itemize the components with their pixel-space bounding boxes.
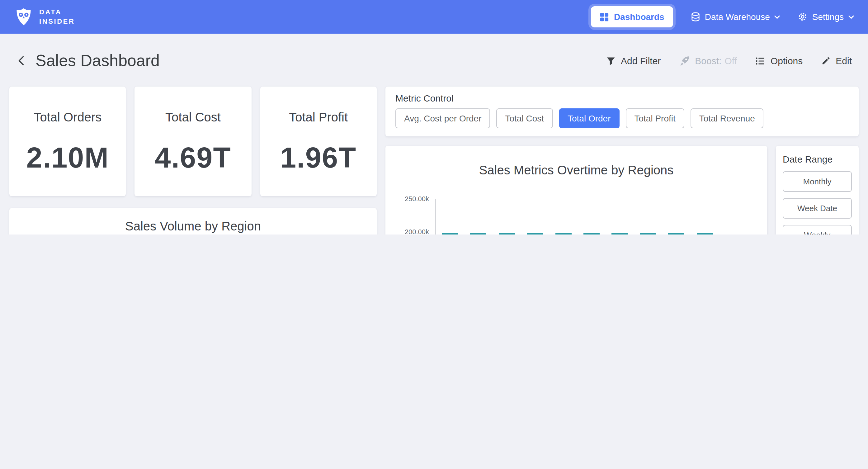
- metric-option-avg-cost-per-order[interactable]: Avg. Cost per Order: [395, 108, 490, 128]
- kpi-value: 2.10M: [9, 141, 126, 174]
- main-content: Total Orders 2.10M Total Cost 4.69T Tota…: [0, 87, 868, 235]
- edit-label: Edit: [836, 55, 852, 66]
- options-button[interactable]: Options: [755, 55, 803, 66]
- date-range-option-week-date[interactable]: Week Date: [783, 198, 852, 218]
- bar-2018: [662, 233, 690, 235]
- boost-toggle[interactable]: Boost: Off: [679, 55, 737, 66]
- owl-logo-icon: [14, 7, 34, 27]
- bar-2017: [634, 233, 662, 235]
- metric-control-card: Metric Control Avg. Cost per OrderTotal …: [385, 87, 859, 137]
- bar-segment-australia-and-oceania: [669, 233, 685, 235]
- date-range-option-monthly[interactable]: Monthly: [783, 171, 852, 192]
- nav-dashboards-label: Dashboards: [614, 12, 664, 22]
- brand-text: DATA INSIDER: [39, 7, 75, 27]
- back-button[interactable]: [16, 55, 27, 66]
- bar-2011: [464, 233, 493, 235]
- kpi-card-total-cost: Total Cost 4.69T: [135, 87, 252, 196]
- bar-2012: [493, 233, 521, 235]
- bar-segment-australia-and-oceania: [498, 233, 515, 235]
- pie-chart-card: Sales Volume by Region Asia : 14.59 %Aus…: [9, 208, 377, 235]
- bar-plot: [435, 199, 747, 235]
- bar-2019: [690, 233, 719, 235]
- bar-segment-australia-and-oceania: [555, 233, 571, 235]
- bar-chart: 0.0050.00k100.00k150.00k200.00k250.00k: [397, 199, 756, 235]
- metric-buttons: Avg. Cost per OrderTotal CostTotal Order…: [395, 108, 849, 128]
- top-navbar: DATA INSIDER Dashboards Data Warehouse: [0, 0, 868, 34]
- nav-dashboards-button[interactable]: Dashboards: [591, 6, 673, 27]
- bar-2013: [521, 233, 549, 235]
- nav-settings-label: Settings: [812, 12, 844, 22]
- nav-data-warehouse[interactable]: Data Warehouse: [690, 12, 780, 22]
- page-title: Sales Dashboard: [35, 51, 606, 70]
- date-range-card: Date Range MonthlyWeek DateWeeklyYear: [776, 146, 859, 235]
- bar-segment-australia-and-oceania: [470, 233, 486, 235]
- edit-button[interactable]: Edit: [821, 55, 852, 66]
- bar-segment-australia-and-oceania: [584, 233, 600, 235]
- bar-segment-australia-and-oceania: [612, 233, 628, 235]
- rocket-icon: [679, 55, 690, 66]
- bar-chart-title: Sales Metrics Overtime by Regions: [397, 163, 756, 177]
- brand-logo[interactable]: DATA INSIDER: [14, 7, 75, 27]
- chevron-down-icon: [774, 14, 780, 19]
- nav-settings[interactable]: Settings: [798, 12, 854, 22]
- metric-option-total-profit[interactable]: Total Profit: [626, 108, 684, 128]
- database-icon: [690, 12, 701, 22]
- options-label: Options: [771, 55, 803, 66]
- bar-2016: [606, 233, 634, 235]
- bar-segment-australia-and-oceania: [640, 233, 656, 235]
- bar-segment-australia-and-oceania: [527, 233, 543, 235]
- brand-line1: DATA: [39, 7, 75, 17]
- kpi-value: 1.96T: [260, 141, 377, 174]
- filter-funnel-icon: [606, 56, 616, 66]
- nav-data-warehouse-label: Data Warehouse: [705, 12, 770, 22]
- boost-label: Boost:: [695, 55, 721, 66]
- date-range-title: Date Range: [783, 154, 852, 165]
- page-header: Sales Dashboard Add Filter Boost: Off: [0, 34, 868, 87]
- bar-2010: [436, 233, 464, 235]
- bar-2015: [578, 233, 606, 235]
- pie-chart-title: Sales Volume by Region: [125, 219, 261, 234]
- metric-option-total-order[interactable]: Total Order: [559, 108, 620, 128]
- chevron-down-icon: [848, 14, 854, 19]
- bar-2014: [549, 233, 578, 235]
- boost-state: Off: [724, 55, 737, 66]
- bar-chart-card: Sales Metrics Overtime by Regions 0.0050…: [385, 146, 767, 235]
- pencil-icon: [821, 56, 831, 65]
- y-tick-label: 200.00k: [405, 228, 429, 235]
- kpi-row: Total Orders 2.10M Total Cost 4.69T Tota…: [9, 87, 377, 196]
- metric-option-total-cost[interactable]: Total Cost: [497, 108, 553, 128]
- gear-icon: [798, 12, 808, 22]
- metric-option-total-revenue[interactable]: Total Revenue: [690, 108, 764, 128]
- kpi-value: 4.69T: [135, 141, 252, 174]
- date-range-option-weekly[interactable]: Weekly: [783, 225, 852, 235]
- header-actions: Add Filter Boost: Off Options: [606, 55, 852, 66]
- bar-segment-australia-and-oceania: [697, 233, 713, 235]
- kpi-label: Total Orders: [9, 110, 126, 124]
- add-filter-button[interactable]: Add Filter: [606, 55, 661, 66]
- add-filter-label: Add Filter: [621, 55, 661, 66]
- kpi-label: Total Profit: [260, 110, 377, 124]
- nav-right: Dashboards Data Warehouse Settings: [591, 6, 854, 27]
- kpi-label: Total Cost: [135, 110, 252, 124]
- app-root: DATA INSIDER Dashboards Data Warehouse: [0, 0, 868, 235]
- y-tick-label: 250.00k: [405, 195, 429, 202]
- brand-line2: INSIDER: [39, 17, 75, 27]
- bar-segment-australia-and-oceania: [442, 233, 458, 235]
- metric-control-title: Metric Control: [395, 93, 849, 104]
- options-list-icon: [755, 56, 766, 66]
- date-range-buttons: MonthlyWeek DateWeeklyYear: [783, 171, 852, 235]
- y-axis: 0.0050.00k100.00k150.00k200.00k250.00k: [397, 199, 435, 235]
- kpi-card-total-profit: Total Profit 1.96T: [260, 87, 377, 196]
- dashboard-grid-icon: [600, 12, 609, 22]
- kpi-card-total-orders: Total Orders 2.10M: [9, 87, 126, 196]
